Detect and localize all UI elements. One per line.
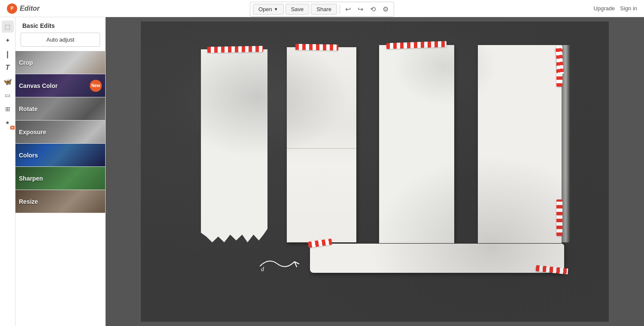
icon-bar-item-frame[interactable]: ▭ [2, 89, 14, 101]
save-button[interactable]: Save [286, 4, 310, 15]
left-panel: Basic Edits Auto adjust Crop Canvas Colo… [15, 17, 106, 326]
colors-label: Colors [19, 152, 38, 159]
signin-link[interactable]: Sign in [620, 5, 637, 12]
topbar: P Editor Open ▼ Save Share ↩ ↪ ⟲ ⚙ Upgra… [0, 0, 644, 17]
svg-text:d: d [261, 266, 264, 272]
settings-button[interactable]: ⚙ [380, 3, 391, 15]
icon-bar: ⬚ ✦ | T 🦋 ▭ ⊞ ★ N [0, 17, 15, 326]
exposure-label: Exposure [19, 129, 46, 136]
redo-icon: ↪ [358, 6, 363, 13]
edit-items-list: Crop Canvas Color New Rotate Exposure Co [15, 51, 105, 213]
paper-3 [379, 45, 454, 243]
canvas-color-new-badge: New [90, 80, 102, 92]
toolbar: Open ▼ Save Share ↩ ↪ ⟲ ⚙ [250, 2, 394, 17]
icon-bar-item-texture[interactable]: ⊞ [2, 103, 14, 115]
canvas-area: d [106, 17, 644, 326]
canvas-color-label: Canvas Color [19, 82, 58, 89]
sharpen-label: Sharpen [19, 175, 43, 182]
tape-paper1 [207, 46, 263, 53]
logo-text: P [11, 6, 14, 11]
new-badge: N [10, 126, 14, 130]
paper-2 [287, 47, 356, 242]
tape-paper2 [295, 44, 338, 51]
resize-label: Resize [19, 198, 38, 205]
undo-button[interactable]: ↩ [343, 3, 353, 15]
settings-icon: ⚙ [383, 6, 389, 13]
panel-title: Basic Edits [15, 17, 105, 33]
paper-1 [201, 49, 267, 242]
redo-button[interactable]: ↪ [355, 3, 366, 15]
icon-bar-item-draw[interactable]: ✦ [2, 34, 14, 46]
paper-5 [310, 244, 564, 273]
icon-bar-item-new[interactable]: ★ N [2, 117, 14, 129]
edit-item-canvas-color[interactable]: Canvas Color New [15, 74, 105, 97]
crop-label: Crop [19, 59, 33, 66]
logo-icon: P [7, 3, 17, 14]
edit-item-colors[interactable]: Colors [15, 144, 105, 167]
icon-bar-item-line[interactable]: | [2, 48, 14, 60]
edit-item-resize[interactable]: Resize [15, 190, 105, 213]
tape-paper4-bottom [556, 199, 562, 236]
edit-item-crop[interactable]: Crop [15, 51, 105, 74]
icon-bar-item-butterfly[interactable]: 🦋 [2, 75, 14, 88]
open-button[interactable]: Open ▼ [253, 4, 284, 15]
paper-right-edge [562, 45, 570, 242]
reset-button[interactable]: ⟲ [368, 3, 378, 15]
topbar-right: Upgrade Sign in [593, 5, 637, 12]
paper2-fold [287, 148, 356, 149]
topbar-left: P Editor [7, 3, 39, 14]
undo-icon: ↩ [345, 6, 351, 13]
edit-item-sharpen[interactable]: Sharpen [15, 167, 105, 190]
toolbar-divider [340, 5, 340, 14]
app-title: Editor [20, 5, 39, 12]
chevron-down-icon: ▼ [274, 7, 278, 12]
upgrade-link[interactable]: Upgrade [593, 5, 615, 12]
arrow-annotation: d [256, 249, 312, 275]
icon-bar-item-text[interactable]: T [2, 62, 14, 74]
reset-icon: ⟲ [370, 6, 376, 13]
auto-adjust-button[interactable]: Auto adjust [21, 33, 100, 47]
icon-bar-item-crop[interactable]: ⬚ [2, 21, 14, 33]
rotate-label: Rotate [19, 106, 38, 112]
paper-4 [478, 45, 562, 243]
canvas-board: d [141, 21, 609, 322]
main-content: ⬚ ✦ | T 🦋 ▭ ⊞ ★ N Basic Edits Auto adjus… [0, 17, 644, 326]
edit-item-exposure[interactable]: Exposure [15, 121, 105, 144]
share-button[interactable]: Share [311, 4, 337, 15]
edit-item-rotate[interactable]: Rotate [15, 97, 105, 121]
